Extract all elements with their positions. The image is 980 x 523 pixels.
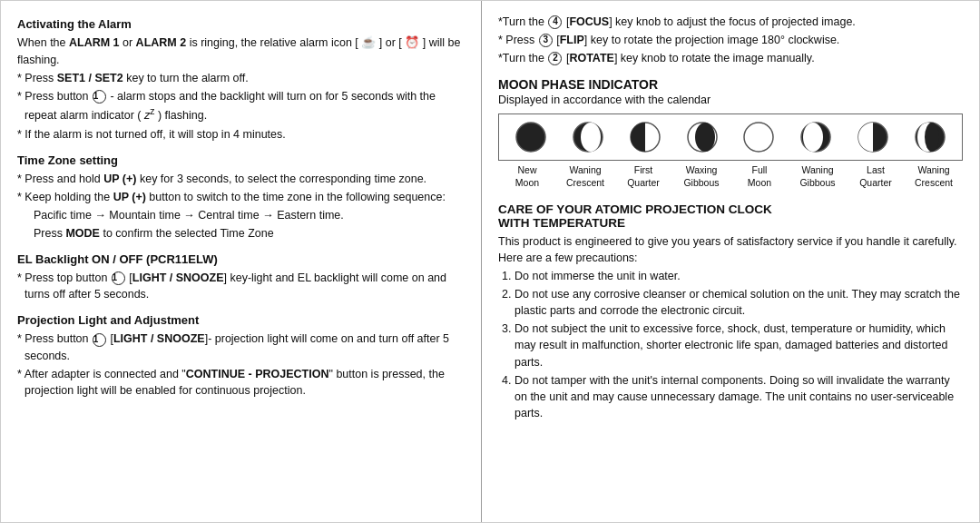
moon-labels-row: NewMoon WaningCrescent FirstQuarter Waxi… (498, 164, 963, 189)
moon-icon-waning-crescent-1 (560, 120, 617, 154)
projection-bullet-2: * After adapter is connected and "CONTIN… (17, 366, 465, 399)
svg-point-8 (803, 123, 823, 152)
first-quarter-svg (628, 120, 662, 154)
svg-point-6 (744, 123, 773, 152)
waning-gibbous-svg (799, 120, 833, 154)
waxing-gibbous-svg (685, 120, 720, 154)
svg-point-12 (925, 123, 939, 152)
right-top-bullets: *Turn the 4 [FOCUS] key knob to adjust t… (498, 14, 963, 66)
care-item-3: Do not subject the unit to excessive for… (514, 321, 963, 370)
top-bullet-3: *Turn the 2 [ROTATE] key knob to rotate … (498, 50, 963, 66)
projection-section: Projection Light and Adjustment * Press … (17, 313, 465, 399)
care-section: CARE OF YOUR ATOMIC PROJECTION CLOCKWITH… (498, 202, 963, 421)
svg-point-0 (516, 123, 545, 152)
moon-icon-full (730, 120, 788, 154)
moon-icon-first-quarter (617, 120, 674, 154)
backlight-title: EL Backlight ON / OFF (PCR11ELW) (17, 252, 465, 266)
moon-label-waning-gibbous: WaningGibbous (789, 164, 847, 189)
moon-label-waning-crescent-1: WaningCrescent (556, 164, 614, 189)
moon-icons-row (498, 113, 963, 161)
moon-label-first-quarter: FirstQuarter (614, 164, 672, 189)
timezone-bullet-2: * Keep holding the UP (+) button to swit… (17, 189, 465, 205)
timezone-sequence: Pacific time → Mountain time → Central t… (17, 207, 465, 223)
moon-icon-waning-crescent-2 (901, 120, 958, 154)
moon-label-full: FullMoon (730, 164, 789, 189)
timezone-mode: Press MODE to confirm the selected Time … (17, 225, 465, 242)
last-quarter-svg (856, 120, 890, 154)
moon-label-last-quarter: LastQuarter (847, 164, 905, 189)
backlight-section: EL Backlight ON / OFF (PCR11ELW) * Press… (17, 252, 465, 302)
care-item-1: Do not immerse the unit in water. (514, 268, 963, 284)
waning-crescent-1-svg (571, 120, 605, 154)
moon-icon-new (503, 120, 560, 154)
care-title: CARE OF YOUR ATOMIC PROJECTION CLOCKWITH… (498, 202, 963, 230)
alarm-bullet-3: * If the alarm is not turned off, it wil… (17, 126, 465, 143)
care-item-2: Do not use any corrosive cleanser or che… (514, 286, 963, 319)
moon-label-new: NewMoon (498, 164, 556, 189)
care-list: Do not immerse the unit in water. Do not… (498, 268, 963, 421)
projection-bullet-1: * Press button 1 [LIGHT / SNOOZE]- proje… (17, 331, 465, 363)
moon-icon-waning-gibbous (788, 120, 845, 154)
svg-point-2 (581, 123, 601, 152)
right-column: *Turn the 4 [FOCUS] key knob to adjust t… (482, 1, 979, 522)
svg-point-5 (695, 123, 715, 152)
alarm-title: Activating the Alarm (17, 17, 465, 31)
moon-phase-title: MOON PHASE INDICATOR (498, 77, 963, 92)
moon-label-waning-crescent-2: WaningCrescent (905, 164, 963, 189)
projection-title: Projection Light and Adjustment (17, 313, 465, 327)
moon-icon-last-quarter (845, 120, 902, 154)
alarm-bullet-1: * Press SET1 / SET2 key to turn the alar… (17, 70, 465, 86)
alarm-body: When the ALARM 1 or ALARM 2 is ringing, … (17, 35, 465, 68)
top-bullet-2: * Press 3 [FLIP] key to rotate the proje… (498, 32, 963, 48)
moon-phase-section: MOON PHASE INDICATOR Displayed in accord… (498, 77, 963, 189)
timezone-section: Time Zone setting * Press and hold UP (+… (17, 153, 465, 242)
top-bullet-1: *Turn the 4 [FOCUS] key knob to adjust t… (498, 14, 963, 30)
page: Activating the Alarm When the ALARM 1 or… (0, 0, 980, 523)
timezone-title: Time Zone setting (17, 153, 465, 167)
backlight-bullet-1: * Press top button 1 [LIGHT / SNOOZE] ke… (17, 270, 465, 302)
alarm-section: Activating the Alarm When the ALARM 1 or… (17, 17, 465, 143)
full-moon-svg (741, 120, 776, 154)
moon-label-waxing-gibbous: WaxingGibbous (672, 164, 730, 189)
new-moon-svg (514, 120, 548, 154)
alarm-bullet-2: * Press button 1 - alarm stops and the b… (17, 88, 465, 123)
care-intro: This product is engineered to give you y… (498, 233, 963, 266)
moon-phase-subtitle: Displayed in accordance with the calenda… (498, 94, 963, 106)
moon-icon-waxing-gibbous (673, 120, 730, 154)
timezone-bullet-1: * Press and hold UP (+) key for 3 second… (17, 171, 465, 187)
care-item-4: Do not tamper with the unit's internal c… (514, 372, 963, 421)
left-column: Activating the Alarm When the ALARM 1 or… (1, 1, 482, 522)
waning-crescent-2-svg (913, 120, 947, 154)
